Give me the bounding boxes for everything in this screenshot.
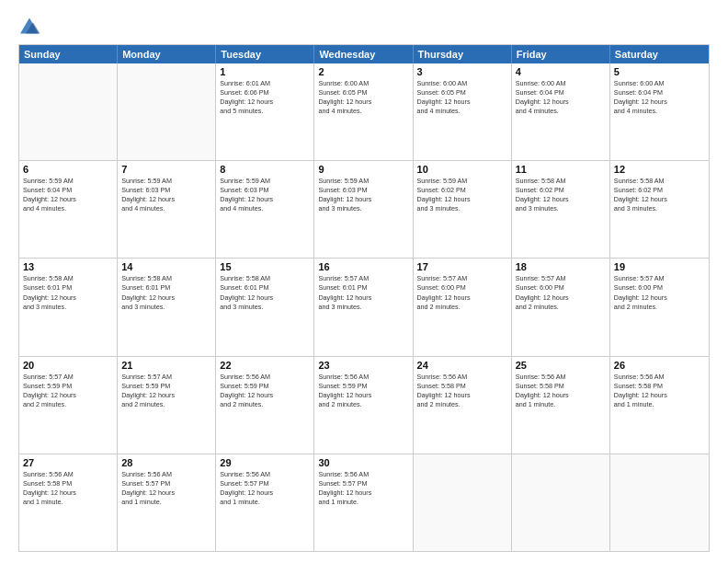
header-day: Friday [512,45,610,63]
cell-info: Sunrise: 6:00 AM Sunset: 6:05 PM Dayligh… [318,79,408,116]
cell-info: Sunrise: 5:56 AM Sunset: 5:57 PM Dayligh… [318,470,408,507]
calendar-cell: 8Sunrise: 5:59 AM Sunset: 6:03 PM Daylig… [216,161,314,258]
cell-info: Sunrise: 5:59 AM Sunset: 6:02 PM Dayligh… [417,177,507,213]
calendar-cell: 2Sunrise: 6:00 AM Sunset: 6:05 PM Daylig… [314,63,413,160]
cell-info: Sunrise: 5:58 AM Sunset: 6:02 PM Dayligh… [516,177,606,213]
day-number: 7 [121,164,211,175]
day-number: 24 [417,360,507,371]
day-number: 3 [417,66,507,77]
calendar-cell: 5Sunrise: 6:00 AM Sunset: 6:04 PM Daylig… [610,63,709,160]
cell-info: Sunrise: 5:59 AM Sunset: 6:03 PM Dayligh… [220,177,310,213]
calendar-cell: 9Sunrise: 5:59 AM Sunset: 6:03 PM Daylig… [314,161,413,258]
cell-info: Sunrise: 5:57 AM Sunset: 6:00 PM Dayligh… [614,274,705,311]
calendar-cell: 15Sunrise: 5:58 AM Sunset: 6:01 PM Dayli… [216,259,314,355]
calendar-row: 6Sunrise: 5:59 AM Sunset: 6:04 PM Daylig… [19,160,709,258]
day-number: 11 [516,164,606,175]
cell-info: Sunrise: 5:57 AM Sunset: 6:01 PM Dayligh… [318,274,408,311]
calendar-row: 27Sunrise: 5:56 AM Sunset: 5:58 PM Dayli… [19,454,709,551]
day-number: 1 [220,66,310,77]
cell-info: Sunrise: 5:59 AM Sunset: 6:03 PM Dayligh… [318,177,408,213]
day-number: 17 [417,261,507,272]
calendar: SundayMondayTuesdayWednesdayThursdayFrid… [18,44,710,552]
calendar-header: SundayMondayTuesdayWednesdayThursdayFrid… [19,45,709,63]
calendar-cell: 11Sunrise: 5:58 AM Sunset: 6:02 PM Dayli… [512,161,610,258]
cell-info: Sunrise: 5:58 AM Sunset: 6:01 PM Dayligh… [121,274,211,311]
logo [18,17,44,35]
cell-info: Sunrise: 5:59 AM Sunset: 6:04 PM Dayligh… [23,177,113,213]
calendar-cell: 28Sunrise: 5:56 AM Sunset: 5:57 PM Dayli… [118,454,216,551]
calendar-cell: 3Sunrise: 6:00 AM Sunset: 6:05 PM Daylig… [414,63,512,160]
calendar-cell: 20Sunrise: 5:57 AM Sunset: 5:59 PM Dayli… [19,357,118,454]
calendar-cell: 13Sunrise: 5:58 AM Sunset: 6:01 PM Dayli… [19,259,118,355]
header-day: Monday [118,45,216,63]
cell-info: Sunrise: 5:58 AM Sunset: 6:01 PM Dayligh… [23,274,113,311]
day-number: 30 [318,457,408,468]
calendar-cell: 25Sunrise: 5:56 AM Sunset: 5:58 PM Dayli… [512,357,610,454]
calendar-cell: 1Sunrise: 6:01 AM Sunset: 6:06 PM Daylig… [216,63,314,160]
cell-info: Sunrise: 5:56 AM Sunset: 5:59 PM Dayligh… [220,373,310,409]
calendar-cell: 30Sunrise: 5:56 AM Sunset: 5:57 PM Dayli… [314,454,413,551]
cell-info: Sunrise: 5:57 AM Sunset: 6:00 PM Dayligh… [417,274,507,311]
calendar-cell [610,454,709,551]
day-number: 25 [516,360,606,371]
cell-info: Sunrise: 5:57 AM Sunset: 5:59 PM Dayligh… [23,373,113,409]
day-number: 29 [220,457,310,468]
day-number: 6 [23,164,113,175]
calendar-body: 1Sunrise: 6:01 AM Sunset: 6:06 PM Daylig… [19,63,709,551]
header-day: Tuesday [216,45,314,63]
day-number: 23 [318,360,408,371]
day-number: 20 [23,360,113,371]
cell-info: Sunrise: 5:58 AM Sunset: 6:01 PM Dayligh… [220,274,310,311]
cell-info: Sunrise: 5:56 AM Sunset: 5:57 PM Dayligh… [121,470,211,507]
calendar-cell: 27Sunrise: 5:56 AM Sunset: 5:58 PM Dayli… [19,454,118,551]
calendar-cell [19,63,118,160]
calendar-cell [118,63,216,160]
cell-info: Sunrise: 5:56 AM Sunset: 5:58 PM Dayligh… [516,373,606,409]
cell-info: Sunrise: 5:59 AM Sunset: 6:03 PM Dayligh… [121,177,211,213]
calendar-cell [512,454,610,551]
cell-info: Sunrise: 5:56 AM Sunset: 5:58 PM Dayligh… [23,470,113,507]
calendar-cell: 22Sunrise: 5:56 AM Sunset: 5:59 PM Dayli… [216,357,314,454]
calendar-cell: 26Sunrise: 5:56 AM Sunset: 5:58 PM Dayli… [610,357,709,454]
header-day: Thursday [414,45,512,63]
day-number: 8 [220,164,310,175]
day-number: 26 [614,360,705,371]
day-number: 16 [318,261,408,272]
calendar-cell [414,454,512,551]
calendar-cell: 23Sunrise: 5:56 AM Sunset: 5:59 PM Dayli… [314,357,413,454]
cell-info: Sunrise: 5:58 AM Sunset: 6:02 PM Dayligh… [614,177,705,213]
calendar-cell: 4Sunrise: 6:00 AM Sunset: 6:04 PM Daylig… [512,63,610,160]
calendar-row: 20Sunrise: 5:57 AM Sunset: 5:59 PM Dayli… [19,356,709,454]
day-number: 27 [23,457,113,468]
page: SundayMondayTuesdayWednesdayThursdayFrid… [0,0,728,563]
cell-info: Sunrise: 6:00 AM Sunset: 6:05 PM Dayligh… [417,79,507,116]
day-number: 19 [614,261,705,272]
calendar-cell: 12Sunrise: 5:58 AM Sunset: 6:02 PM Dayli… [610,161,709,258]
day-number: 18 [516,261,606,272]
day-number: 4 [516,66,606,77]
calendar-cell: 18Sunrise: 5:57 AM Sunset: 6:00 PM Dayli… [512,259,610,355]
calendar-cell: 6Sunrise: 5:59 AM Sunset: 6:04 PM Daylig… [19,161,118,258]
day-number: 5 [614,66,705,77]
calendar-cell: 24Sunrise: 5:56 AM Sunset: 5:58 PM Dayli… [414,357,512,454]
cell-info: Sunrise: 6:00 AM Sunset: 6:04 PM Dayligh… [516,79,606,116]
header-day: Wednesday [314,45,413,63]
day-number: 22 [220,360,310,371]
calendar-cell: 29Sunrise: 5:56 AM Sunset: 5:57 PM Dayli… [216,454,314,551]
header [18,17,710,35]
calendar-row: 1Sunrise: 6:01 AM Sunset: 6:06 PM Daylig… [19,63,709,160]
header-day: Sunday [19,45,118,63]
day-number: 9 [318,164,408,175]
cell-info: Sunrise: 6:00 AM Sunset: 6:04 PM Dayligh… [614,79,705,116]
day-number: 12 [614,164,705,175]
header-day: Saturday [610,45,709,63]
calendar-cell: 21Sunrise: 5:57 AM Sunset: 5:59 PM Dayli… [118,357,216,454]
calendar-row: 13Sunrise: 5:58 AM Sunset: 6:01 PM Dayli… [19,258,709,355]
day-number: 13 [23,261,113,272]
calendar-cell: 19Sunrise: 5:57 AM Sunset: 6:00 PM Dayli… [610,259,709,355]
cell-info: Sunrise: 5:57 AM Sunset: 5:59 PM Dayligh… [121,373,211,409]
calendar-cell: 14Sunrise: 5:58 AM Sunset: 6:01 PM Dayli… [118,259,216,355]
cell-info: Sunrise: 5:56 AM Sunset: 5:59 PM Dayligh… [318,373,408,409]
day-number: 14 [121,261,211,272]
logo-icon [18,17,40,35]
